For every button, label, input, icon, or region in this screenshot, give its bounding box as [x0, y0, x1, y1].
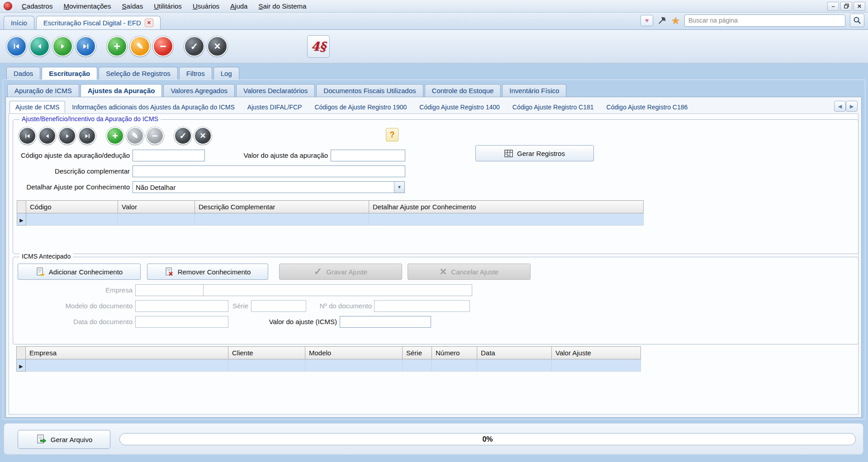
tab-codigo-ajuste-registro-c186[interactable]: Código Ajuste Registro C186	[601, 101, 694, 113]
nav-last-button[interactable]	[76, 36, 96, 57]
table-row[interactable]: ▶	[17, 359, 641, 372]
empresa-nome-input[interactable]	[203, 284, 472, 296]
grid-confirm-button[interactable]: ✓	[174, 127, 192, 145]
system-logo-button[interactable]: 4§	[307, 35, 330, 58]
menu-ajuda[interactable]: Ajuda	[225, 1, 252, 11]
grid-nav-next-button[interactable]	[58, 127, 76, 145]
tab-valores-agregados[interactable]: Valores Agregados	[163, 84, 235, 97]
confirm-button[interactable]: ✓	[184, 36, 204, 57]
grid-cell[interactable]	[195, 213, 369, 226]
tab-selecao-de-registros[interactable]: Seleção de Registros	[99, 67, 178, 80]
column-header-serie[interactable]: Série	[403, 347, 432, 359]
menu-utilitarios[interactable]: Utilitários	[149, 1, 187, 11]
tab-escrituracao[interactable]: Escrituração	[42, 67, 97, 80]
data-documento-input[interactable]	[135, 316, 228, 328]
nav-first-button[interactable]	[6, 36, 27, 57]
numero-documento-input[interactable]	[374, 300, 470, 312]
grid-cell[interactable]	[369, 213, 644, 226]
dropdown-arrow-icon[interactable]: ▼	[394, 182, 404, 193]
close-icon[interactable]: ✕	[854, 2, 865, 11]
tab-codigo-ajuste-registro-1400[interactable]: Código Ajuste Registro 1400	[413, 101, 505, 113]
column-header-descricao[interactable]: Descrição Complementar	[195, 201, 369, 213]
valor-ajuste-input[interactable]	[331, 150, 405, 161]
nav-next-button[interactable]	[52, 36, 73, 57]
tab-close-icon[interactable]: ✕	[145, 19, 153, 27]
column-header-numero[interactable]: Número	[432, 347, 477, 359]
grid-cell[interactable]	[432, 359, 477, 372]
grid-nav-prev-button[interactable]	[38, 127, 56, 145]
grid-cell[interactable]	[403, 359, 432, 372]
grid-nav-first-button[interactable]	[19, 127, 36, 145]
column-header-valor-ajuste[interactable]: Valor Ajuste	[552, 347, 641, 359]
column-header-empresa[interactable]: Empresa	[26, 347, 228, 359]
tab-informacoes-adicionais[interactable]: Informações adicionais dos Ajustes da Ap…	[66, 101, 241, 113]
grid-cell[interactable]	[26, 213, 118, 226]
valor-ajuste-icms-input[interactable]	[340, 316, 431, 328]
tab-ajustes-da-apuracao[interactable]: Ajustes da Apuração	[81, 84, 162, 97]
tab-codigos-ajuste-registro-1900[interactable]: Códigos de Ajuste Registro 1900	[308, 101, 413, 113]
menu-movimentacoes[interactable]: Movimentações	[58, 1, 116, 11]
search-input[interactable]	[684, 14, 845, 27]
adicionar-conhecimento-button[interactable]: Adicionar Conhecimento	[18, 264, 141, 280]
tab-inventario-fisico[interactable]: Inventário Físico	[502, 84, 566, 97]
grid-cell[interactable]	[305, 359, 403, 372]
grid-add-button[interactable]: +	[106, 127, 124, 145]
grid-cell[interactable]	[477, 359, 552, 372]
add-button[interactable]: +	[107, 36, 127, 57]
grid-cell[interactable]	[552, 359, 641, 372]
tab-apuracao-de-icms[interactable]: Apuração de ICMS	[7, 84, 79, 97]
table-row[interactable]: ▶	[17, 213, 644, 226]
menu-saidas[interactable]: Saídas	[117, 1, 148, 11]
modelo-documento-input[interactable]	[135, 300, 228, 312]
tab-controle-do-estoque[interactable]: Controle do Estoque	[425, 84, 501, 97]
tab-log[interactable]: Log	[213, 67, 239, 80]
tab-efd[interactable]: Escrituração Fiscal Digital - EFD ✕	[36, 16, 161, 29]
column-header-detalhar[interactable]: Detalhar Ajuste por Conhecimento	[369, 201, 644, 213]
restore-icon[interactable]	[840, 2, 852, 11]
menu-cadastros[interactable]: Cadastros	[17, 1, 57, 11]
tab-inicio[interactable]: Início	[4, 16, 34, 29]
descricao-complementar-input[interactable]	[133, 165, 405, 177]
delete-button[interactable]: −	[153, 36, 173, 57]
help-button[interactable]: ?	[386, 128, 398, 141]
cancel-button[interactable]: ✕	[207, 36, 228, 57]
codigo-ajuste-input[interactable]	[133, 150, 205, 161]
nav-prev-button[interactable]	[29, 36, 50, 57]
grid-nav-last-button[interactable]	[78, 127, 96, 145]
tab-scroll-left-button[interactable]: ◀	[834, 101, 846, 112]
detalhar-ajuste-select[interactable]: Não Detalhar ▼	[133, 181, 405, 193]
grid-cell[interactable]	[228, 359, 305, 372]
search-button[interactable]	[850, 14, 864, 27]
grid-edit-button[interactable]: ✎	[126, 127, 144, 145]
cancelar-ajuste-button[interactable]: ✕ Cancelar Ajuste	[408, 264, 531, 280]
tab-valores-declaratorios[interactable]: Valores Declaratórios	[236, 84, 315, 97]
gravar-ajuste-button[interactable]: ✓ Gravar Ajuste	[279, 264, 402, 280]
column-header-codigo[interactable]: Código	[26, 201, 118, 213]
tab-codigo-ajuste-registro-c181[interactable]: Código Ajuste Registro C181	[507, 101, 600, 113]
column-header-data[interactable]: Data	[477, 347, 552, 359]
grid-cancel-button[interactable]: ✕	[194, 127, 212, 145]
serie-input[interactable]	[251, 300, 306, 312]
grid-cell[interactable]	[118, 213, 195, 226]
tab-filtros[interactable]: Filtros	[179, 67, 212, 80]
tab-scroll-right-button[interactable]: ▶	[846, 101, 858, 112]
menu-usuarios[interactable]: Usuários	[188, 1, 224, 11]
remover-conhecimento-button[interactable]: Remover Conhecimento	[147, 264, 268, 280]
grid-delete-button[interactable]: −	[146, 127, 164, 145]
column-header-cliente[interactable]: Cliente	[228, 347, 305, 359]
tab-ajustes-difal-fcp[interactable]: Ajustes DIFAL/FCP	[242, 101, 308, 113]
pin-icon[interactable]	[658, 16, 667, 25]
tab-dados[interactable]: Dados	[6, 67, 40, 80]
tab-ajuste-de-icms[interactable]: Ajuste de ICMS	[9, 101, 65, 113]
gerar-arquivo-button[interactable]: Gerar Arquivo	[18, 430, 110, 449]
minimize-icon[interactable]: –	[827, 2, 839, 11]
empresa-codigo-input[interactable]	[135, 284, 204, 296]
favorites-heart-button[interactable]: ♥	[640, 15, 653, 26]
tab-documentos-fiscais-utilizados[interactable]: Documentos Fiscais Utilizados	[316, 84, 423, 97]
column-header-modelo[interactable]: Modelo	[305, 347, 403, 359]
ajuste-grid[interactable]: Código Valor Descrição Complementar Deta…	[17, 200, 644, 226]
star-icon[interactable]: ★	[671, 16, 680, 25]
conhecimentos-grid[interactable]: Empresa Cliente Modelo Série Número Data…	[16, 346, 641, 372]
edit-button[interactable]: ✎	[130, 36, 150, 57]
menu-sair-do-sistema[interactable]: Sair do Sistema	[253, 1, 311, 11]
